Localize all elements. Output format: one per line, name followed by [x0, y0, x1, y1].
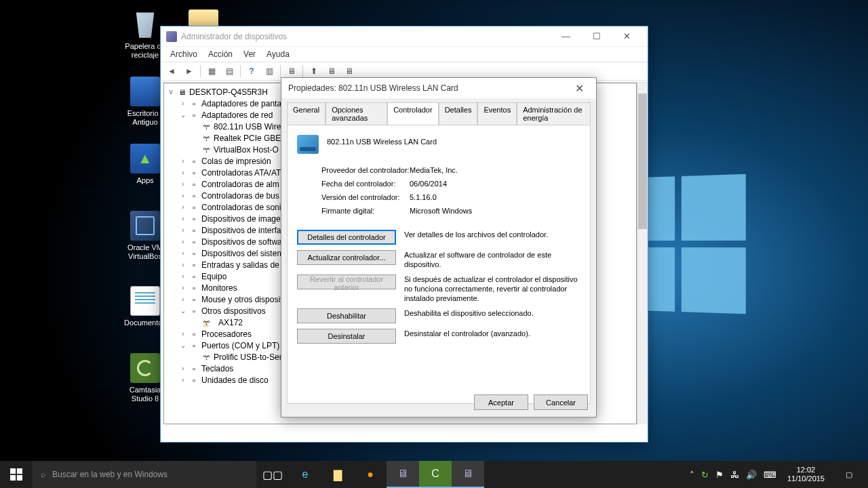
- expand-icon[interactable]: ›: [178, 330, 189, 338]
- expand-icon[interactable]: ›: [178, 157, 189, 165]
- disable-button[interactable]: 🖥: [341, 64, 357, 79]
- update-driver-button[interactable]: ⬆: [306, 64, 322, 79]
- cancel-button[interactable]: Cancelar: [534, 394, 588, 410]
- ok-button[interactable]: Aceptar: [474, 394, 528, 410]
- update-driver-button[interactable]: Actualizar controlador...: [297, 250, 396, 265]
- tab-controlador[interactable]: Controlador: [387, 102, 438, 125]
- taskbar-clock[interactable]: 12:02 11/10/2015: [783, 466, 829, 483]
- tab-administración-de-energía[interactable]: Administración de energía: [517, 102, 591, 125]
- expand-icon[interactable]: ⌄: [178, 111, 189, 119]
- tray-volume-icon[interactable]: 🔊: [746, 470, 757, 480]
- close-button[interactable]: ✕: [569, 82, 589, 95]
- tree-item-label: Monitores: [201, 283, 237, 293]
- toolbar-button[interactable]: ▥: [261, 64, 277, 79]
- menu-view[interactable]: Ver: [238, 48, 261, 60]
- menu-file[interactable]: Archivo: [165, 48, 203, 60]
- expand-icon[interactable]: ›: [178, 192, 189, 199]
- toolbar-separator: [280, 65, 281, 77]
- properties-button[interactable]: ▤: [221, 64, 237, 79]
- svg-rect-1: [17, 468, 22, 474]
- tab-general[interactable]: General: [287, 102, 326, 125]
- tree-item-label: AX172: [218, 318, 243, 327]
- rollback-driver-button: Revertir al controlador anterior: [297, 274, 396, 289]
- camtasia-taskbar-icon[interactable]: C: [419, 461, 452, 488]
- dialog-titlebar[interactable]: Propiedades: 802.11n USB Wireless LAN Ca…: [281, 78, 596, 98]
- show-hide-tree-button[interactable]: ▦: [203, 64, 220, 79]
- camtasia-icon: [130, 353, 160, 383]
- driver-details-button[interactable]: Detalles del controlador: [297, 230, 396, 245]
- expand-icon[interactable]: ›: [178, 284, 189, 291]
- disable-device-button[interactable]: Deshabilitar: [297, 308, 396, 323]
- app-taskbar-icon[interactable]: 🖥: [452, 461, 484, 488]
- tray-keyboard-icon[interactable]: ⌨: [764, 470, 776, 480]
- device-category-icon: ▫: [189, 306, 199, 316]
- tab-detalles[interactable]: Detalles: [439, 102, 478, 125]
- virtualbox-icon: [130, 211, 160, 241]
- menubar: Archivo Acción Ver Ayuda: [161, 47, 648, 62]
- scan-hardware-button[interactable]: 🖥: [283, 64, 300, 79]
- expand-icon[interactable]: ›: [178, 203, 189, 211]
- menu-help[interactable]: Ayuda: [261, 48, 295, 60]
- menu-action[interactable]: Acción: [203, 48, 238, 60]
- titlebar[interactable]: Administrador de dispositivos — ☐ ✕: [161, 26, 648, 47]
- expand-icon[interactable]: ›: [178, 249, 189, 257]
- expand-icon[interactable]: ›: [178, 180, 189, 188]
- windows-icon: [10, 468, 22, 481]
- recycle-bin-icon: [130, 9, 160, 39]
- expand-icon[interactable]: ⌄: [178, 342, 189, 349]
- scroll-thumb[interactable]: [638, 94, 647, 229]
- device-category-icon: ▫: [189, 110, 199, 120]
- firefox-icon[interactable]: ●: [354, 461, 387, 488]
- action-center-icon[interactable]: ▢: [835, 470, 863, 479]
- edge-icon[interactable]: e: [289, 461, 321, 488]
- start-button[interactable]: [0, 461, 33, 488]
- expand-icon[interactable]: ›: [178, 226, 189, 234]
- search-icon: ⌕: [41, 470, 45, 479]
- svg-rect-3: [17, 475, 22, 481]
- date-label: Fecha del controlador:: [321, 180, 410, 188]
- tab-opciones-avanzadas[interactable]: Opciones avanzadas: [326, 102, 387, 125]
- expand-icon[interactable]: ›: [178, 376, 189, 384]
- expand-icon[interactable]: v: [165, 88, 176, 96]
- tray-chevron-up-icon[interactable]: ˄: [690, 470, 694, 480]
- vertical-scrollbar[interactable]: [637, 83, 648, 424]
- expand-icon[interactable]: ›: [178, 169, 189, 176]
- device-category-icon: 🝖: [201, 134, 212, 143]
- tree-item-label: Controladoras de alm: [201, 180, 279, 189]
- expand-icon[interactable]: ›: [178, 215, 189, 222]
- device-category-icon: ▫: [189, 99, 199, 108]
- expand-icon[interactable]: ›: [178, 272, 189, 280]
- tray-sync-icon[interactable]: ↻: [701, 470, 709, 480]
- tray-network-icon[interactable]: 🖧: [730, 470, 739, 480]
- expand-icon[interactable]: ›: [178, 238, 189, 245]
- file-explorer-icon[interactable]: ▇: [321, 461, 354, 488]
- expand-icon[interactable]: ⌄: [178, 307, 189, 314]
- device-category-icon: ▫: [189, 249, 199, 258]
- toolbar-separator: [200, 65, 201, 77]
- search-box[interactable]: ⌕ Buscar en la web y en Windows: [33, 461, 256, 488]
- app-icon: [166, 31, 177, 42]
- expand-icon[interactable]: ›: [178, 365, 189, 372]
- expand-icon[interactable]: ›: [178, 296, 189, 303]
- provider-label: Proveedor del controlador:: [321, 166, 410, 174]
- tree-item-label: Dispositivos de image: [201, 214, 281, 224]
- signer-value: Microsoft Windows: [410, 207, 472, 215]
- task-view-button[interactable]: ▢▢: [256, 461, 289, 488]
- back-button[interactable]: ◄: [163, 64, 180, 79]
- date-value: 06/06/2014: [410, 180, 447, 188]
- minimize-button[interactable]: —: [551, 27, 581, 46]
- toolbar-separator: [240, 65, 241, 77]
- uninstall-driver-button[interactable]: Desinstalar: [297, 329, 396, 344]
- forward-button[interactable]: ►: [181, 64, 197, 79]
- tray-shield-icon[interactable]: ⚑: [715, 470, 724, 480]
- device-manager-taskbar-icon[interactable]: 🖥: [387, 461, 419, 488]
- expand-icon[interactable]: ›: [178, 261, 189, 268]
- tree-item-label: Controladoras ATA/AT: [201, 168, 281, 178]
- device-category-icon: ▫: [189, 260, 199, 270]
- close-button[interactable]: ✕: [612, 27, 642, 46]
- expand-icon[interactable]: ›: [178, 100, 189, 107]
- uninstall-button[interactable]: 🖥: [323, 64, 340, 79]
- maximize-button[interactable]: ☐: [581, 27, 612, 46]
- help-button[interactable]: ?: [243, 64, 260, 79]
- tab-eventos[interactable]: Eventos: [477, 102, 517, 125]
